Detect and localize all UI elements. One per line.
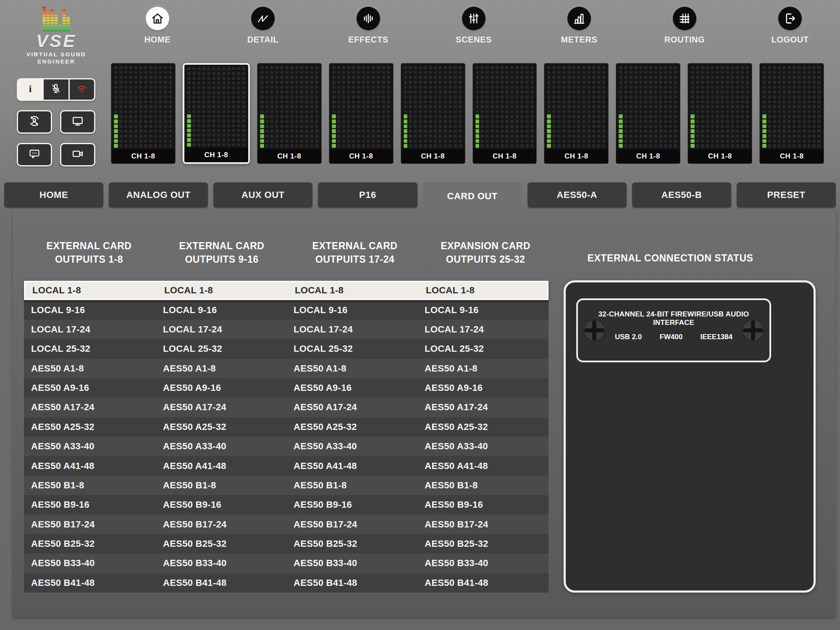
routing-cell[interactable]: LOCAL 9-16 xyxy=(156,305,286,316)
tab-aes50-b[interactable]: AES50-B xyxy=(632,182,731,208)
routing-row[interactable]: AES50 A17-24AES50 A17-24AES50 A17-24AES5… xyxy=(24,398,549,417)
channel-meter[interactable]: CH 1-8 xyxy=(329,63,394,164)
channel-meter[interactable]: CH 1-8 xyxy=(401,63,465,164)
nav-item-scenes[interactable]: SCENES xyxy=(442,7,505,45)
routing-cell[interactable]: AES50 B1-8 xyxy=(24,480,156,491)
routing-cell[interactable]: AES50 B1-8 xyxy=(286,480,417,491)
routing-cell[interactable]: AES50 A41-48 xyxy=(24,461,156,472)
routing-cell[interactable]: AES50 A25-32 xyxy=(286,422,417,432)
mic-mute-button[interactable] xyxy=(42,79,68,100)
channel-meter[interactable]: CH 1-8 xyxy=(544,63,609,164)
wifi-button[interactable] xyxy=(68,79,94,100)
routing-row[interactable]: AES50 B33-40AES50 B33-40AES50 B33-40AES5… xyxy=(24,554,549,573)
routing-cell[interactable]: LOCAL 17-24 xyxy=(417,324,549,335)
routing-cell[interactable]: AES50 B33-40 xyxy=(24,558,156,569)
chat-button[interactable] xyxy=(17,143,52,166)
routing-row[interactable]: AES50 B41-48AES50 B41-48AES50 B41-48AES5… xyxy=(24,573,549,593)
routing-cell[interactable]: AES50 B1-8 xyxy=(156,480,286,491)
routing-cell[interactable]: AES50 A33-40 xyxy=(417,441,549,452)
tab-card-out[interactable]: CARD OUT xyxy=(423,182,522,210)
routing-row[interactable]: AES50 A25-32AES50 A25-32AES50 A25-32AES5… xyxy=(24,417,549,437)
routing-cell[interactable]: AES50 A1-8 xyxy=(286,363,417,374)
nav-item-home[interactable]: HOME xyxy=(126,7,189,45)
tab-preset[interactable]: PRESET xyxy=(737,182,836,208)
routing-cell[interactable]: AES50 B9-16 xyxy=(156,499,286,510)
routing-row[interactable]: LOCAL 9-16LOCAL 9-16LOCAL 9-16LOCAL 9-16 xyxy=(24,300,549,319)
tab-home[interactable]: HOME xyxy=(4,182,103,208)
routing-cell[interactable]: AES50 B17-24 xyxy=(24,519,156,530)
routing-cell[interactable]: AES50 B25-32 xyxy=(286,538,417,549)
routing-cell[interactable]: LOCAL 17-24 xyxy=(24,324,156,335)
routing-cell[interactable]: AES50 B41-48 xyxy=(286,577,417,588)
routing-cell[interactable]: AES50 A25-32 xyxy=(417,422,549,432)
routing-row[interactable]: AES50 B17-24AES50 B17-24AES50 B17-24AES5… xyxy=(24,515,549,534)
routing-cell[interactable]: AES50 A1-8 xyxy=(156,363,286,374)
routing-cell[interactable]: AES50 B25-32 xyxy=(24,538,156,549)
routing-row[interactable]: AES50 B25-32AES50 B25-32AES50 B25-32AES5… xyxy=(24,534,549,554)
routing-cell[interactable]: AES50 A25-32 xyxy=(24,422,156,432)
tab-p16[interactable]: P16 xyxy=(318,182,417,208)
routing-cell[interactable]: AES50 B17-24 xyxy=(286,519,417,530)
routing-cell[interactable]: LOCAL 1-8 xyxy=(419,285,547,296)
routing-cell[interactable]: AES50 B1-8 xyxy=(417,480,549,491)
channel-meter[interactable]: CH 1-8 xyxy=(759,63,824,164)
routing-row[interactable]: LOCAL 17-24LOCAL 17-24LOCAL 17-24LOCAL 1… xyxy=(24,320,549,339)
routing-cell[interactable]: AES50 A17-24 xyxy=(286,402,417,413)
routing-cell[interactable]: AES50 A1-8 xyxy=(24,363,156,374)
routing-cell[interactable]: AES50 A17-24 xyxy=(24,402,156,413)
routing-row[interactable]: AES50 A41-48AES50 A41-48AES50 A41-48AES5… xyxy=(24,456,549,475)
routing-cell[interactable]: AES50 A41-48 xyxy=(286,461,417,472)
routing-cell[interactable]: AES50 A9-16 xyxy=(156,382,286,393)
nav-item-routing[interactable]: ROUTING xyxy=(653,7,716,45)
channel-meter[interactable]: CH 1-8 xyxy=(472,63,537,164)
info-button[interactable]: i xyxy=(18,79,42,100)
tab-aes50-a[interactable]: AES50-A xyxy=(528,182,627,208)
routing-cell[interactable]: LOCAL 9-16 xyxy=(286,305,417,316)
routing-cell[interactable]: LOCAL 25-32 xyxy=(417,343,549,354)
display-button[interactable] xyxy=(60,110,95,134)
routing-cell[interactable]: AES50 A9-16 xyxy=(417,382,549,393)
routing-row[interactable]: AES50 B9-16AES50 B9-16AES50 B9-16AES50 B… xyxy=(24,495,549,514)
channel-meter[interactable]: CH 1-8 xyxy=(257,63,322,164)
routing-cell[interactable]: LOCAL 1-8 xyxy=(288,285,419,296)
routing-cell[interactable]: LOCAL 9-16 xyxy=(24,305,156,316)
routing-cell[interactable]: AES50 B33-40 xyxy=(156,558,286,569)
routing-cell[interactable]: AES50 B33-40 xyxy=(286,558,417,569)
routing-cell[interactable]: AES50 B25-32 xyxy=(417,538,549,549)
routing-cell[interactable]: AES50 B17-24 xyxy=(156,519,286,530)
routing-cell[interactable]: AES50 B41-48 xyxy=(24,577,156,588)
channel-meter[interactable]: CH 1-8 xyxy=(616,63,680,164)
nav-item-meters[interactable]: METERS xyxy=(548,7,611,45)
channel-meter[interactable]: CH 1-8 xyxy=(688,63,752,164)
routing-cell[interactable]: AES50 A33-40 xyxy=(286,441,417,452)
routing-cell[interactable]: AES50 A9-16 xyxy=(286,382,417,393)
routing-cell[interactable]: LOCAL 1-8 xyxy=(25,285,157,296)
routing-cell[interactable]: AES50 B17-24 xyxy=(417,519,549,530)
routing-cell[interactable]: LOCAL 25-32 xyxy=(24,343,156,354)
routing-cell[interactable]: AES50 B9-16 xyxy=(24,499,156,510)
channel-meter[interactable]: CH 1-8 xyxy=(111,63,176,164)
routing-row-selected[interactable]: LOCAL 1-8LOCAL 1-8LOCAL 1-8LOCAL 1-8 xyxy=(24,281,549,300)
routing-cell[interactable]: AES50 B9-16 xyxy=(417,499,549,510)
routing-cell[interactable]: AES50 B25-32 xyxy=(156,538,286,549)
routing-cell[interactable]: AES50 B33-40 xyxy=(417,558,549,569)
routing-cell[interactable]: LOCAL 1-8 xyxy=(157,285,288,296)
tab-analog-out[interactable]: ANALOG OUT xyxy=(109,182,208,208)
routing-cell[interactable]: AES50 A33-40 xyxy=(24,441,156,452)
routing-cell[interactable]: AES50 A1-8 xyxy=(417,363,549,374)
routing-cell[interactable]: LOCAL 17-24 xyxy=(286,324,417,335)
routing-row[interactable]: AES50 A33-40AES50 A33-40AES50 A33-40AES5… xyxy=(24,437,549,456)
routing-cell[interactable]: LOCAL 25-32 xyxy=(286,343,417,354)
routing-cell[interactable]: AES50 A33-40 xyxy=(156,441,286,452)
routing-row[interactable]: LOCAL 25-32LOCAL 25-32LOCAL 25-32LOCAL 2… xyxy=(24,339,549,358)
routing-row[interactable]: AES50 A9-16AES50 A9-16AES50 A9-16AES50 A… xyxy=(24,378,549,398)
user-switch-button[interactable] xyxy=(17,110,52,134)
nav-item-logout[interactable]: LOGOUT xyxy=(759,7,822,45)
routing-cell[interactable]: AES50 A41-48 xyxy=(417,461,549,472)
nav-item-detail[interactable]: DETAIL xyxy=(231,7,294,45)
routing-cell[interactable]: AES50 A17-24 xyxy=(156,402,286,413)
routing-cell[interactable]: LOCAL 17-24 xyxy=(156,324,286,335)
routing-cell[interactable]: AES50 A9-16 xyxy=(24,382,156,393)
routing-cell[interactable]: LOCAL 9-16 xyxy=(417,305,549,316)
routing-cell[interactable]: LOCAL 25-32 xyxy=(156,343,286,354)
